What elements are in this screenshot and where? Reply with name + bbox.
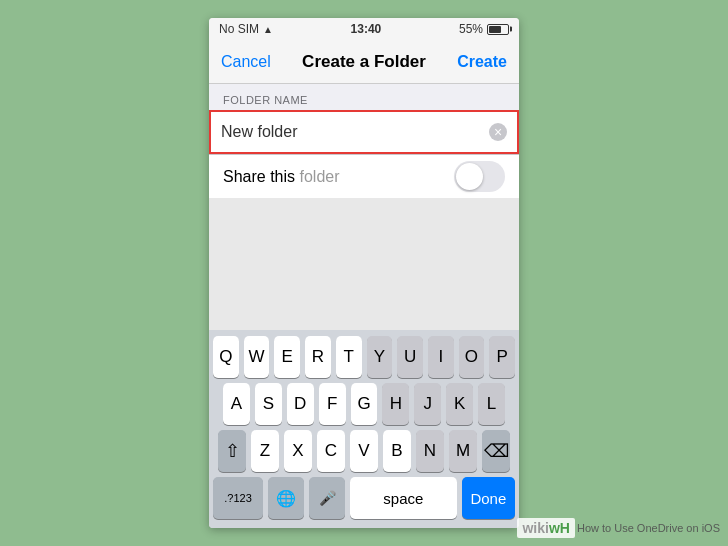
key-r[interactable]: R xyxy=(305,336,331,378)
done-key[interactable]: Done xyxy=(462,477,515,519)
keyboard-row-4: .?123 🌐 🎤 space Done xyxy=(213,477,515,519)
keyboard-row-3: ⇧ Z X C V B N M ⌫ xyxy=(213,430,515,472)
phone-screenshot: No SIM ▲ 13:40 55% Cancel Create a Folde… xyxy=(209,18,519,528)
wh-badge: wikiwH xyxy=(517,518,574,538)
key-p[interactable]: P xyxy=(489,336,515,378)
key-h[interactable]: H xyxy=(382,383,409,425)
time-label: 13:40 xyxy=(351,22,382,36)
outer-wrapper: No SIM ▲ 13:40 55% Cancel Create a Folde… xyxy=(0,0,728,546)
folder-name-input-container xyxy=(209,110,519,154)
folder-name-input[interactable] xyxy=(221,123,489,141)
key-n[interactable]: N xyxy=(416,430,444,472)
wifi-icon: ▲ xyxy=(263,24,273,35)
key-t[interactable]: T xyxy=(336,336,362,378)
status-right: 55% xyxy=(459,22,509,36)
globe-key[interactable]: 🌐 xyxy=(268,477,304,519)
share-placeholder-text: folder xyxy=(299,168,339,185)
nav-title: Create a Folder xyxy=(302,52,426,72)
key-a[interactable]: A xyxy=(223,383,250,425)
status-left: No SIM ▲ xyxy=(219,22,273,36)
key-l[interactable]: L xyxy=(478,383,505,425)
key-z[interactable]: Z xyxy=(251,430,279,472)
section-header: FOLDER NAME xyxy=(209,84,519,110)
key-m[interactable]: M xyxy=(449,430,477,472)
key-o[interactable]: O xyxy=(459,336,485,378)
key-e[interactable]: E xyxy=(274,336,300,378)
key-v[interactable]: V xyxy=(350,430,378,472)
share-row: Share this folder xyxy=(209,154,519,198)
wh-text: How to Use OneDrive on iOS xyxy=(577,522,720,534)
keyboard: Q W E R T Y U I O P A S D F G H J K xyxy=(209,330,519,528)
carrier-label: No SIM xyxy=(219,22,259,36)
key-u[interactable]: U xyxy=(397,336,423,378)
key-y[interactable]: Y xyxy=(367,336,393,378)
key-s[interactable]: S xyxy=(255,383,282,425)
wikihow-watermark: wikiwH How to Use OneDrive on iOS xyxy=(517,518,720,538)
space-key[interactable]: space xyxy=(350,477,457,519)
key-c[interactable]: C xyxy=(317,430,345,472)
create-button[interactable]: Create xyxy=(457,53,507,71)
share-label: Share this folder xyxy=(223,168,340,186)
cancel-button[interactable]: Cancel xyxy=(221,53,271,71)
delete-key[interactable]: ⌫ xyxy=(482,430,510,472)
symbol-key[interactable]: .?123 xyxy=(213,477,263,519)
battery-percent: 55% xyxy=(459,22,483,36)
toggle-knob xyxy=(456,163,483,190)
key-g[interactable]: G xyxy=(351,383,378,425)
nav-bar: Cancel Create a Folder Create xyxy=(209,40,519,84)
status-bar: No SIM ▲ 13:40 55% xyxy=(209,18,519,40)
battery-icon xyxy=(487,24,509,35)
keyboard-row-1: Q W E R T Y U I O P xyxy=(213,336,515,378)
keyboard-row-2: A S D F G H J K L xyxy=(213,383,515,425)
key-d[interactable]: D xyxy=(287,383,314,425)
share-toggle[interactable] xyxy=(454,161,505,192)
key-q[interactable]: Q xyxy=(213,336,239,378)
key-i[interactable]: I xyxy=(428,336,454,378)
key-b[interactable]: B xyxy=(383,430,411,472)
key-j[interactable]: J xyxy=(414,383,441,425)
shift-key[interactable]: ⇧ xyxy=(218,430,246,472)
key-x[interactable]: X xyxy=(284,430,312,472)
key-k[interactable]: K xyxy=(446,383,473,425)
key-w[interactable]: W xyxy=(244,336,270,378)
clear-input-button[interactable] xyxy=(489,123,507,141)
mic-key[interactable]: 🎤 xyxy=(309,477,345,519)
content-area: FOLDER NAME Share this folder xyxy=(209,84,519,198)
key-f[interactable]: F xyxy=(319,383,346,425)
